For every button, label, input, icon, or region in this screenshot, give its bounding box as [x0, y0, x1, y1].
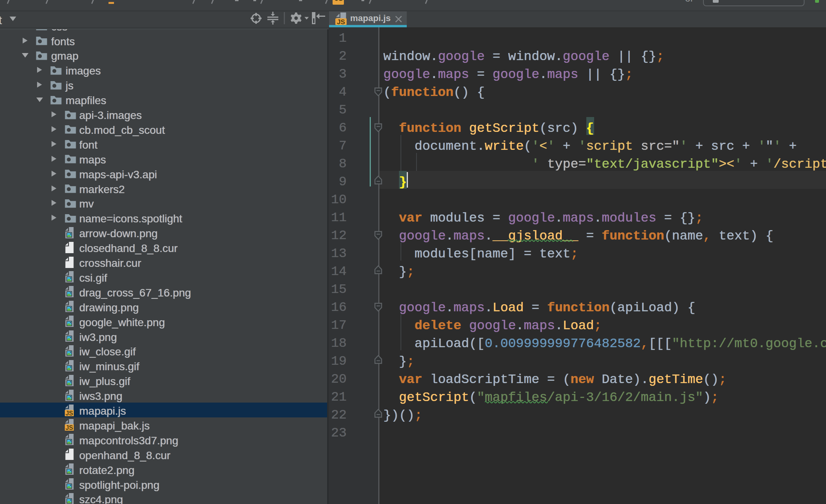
svg-text:JS: JS	[337, 18, 345, 26]
